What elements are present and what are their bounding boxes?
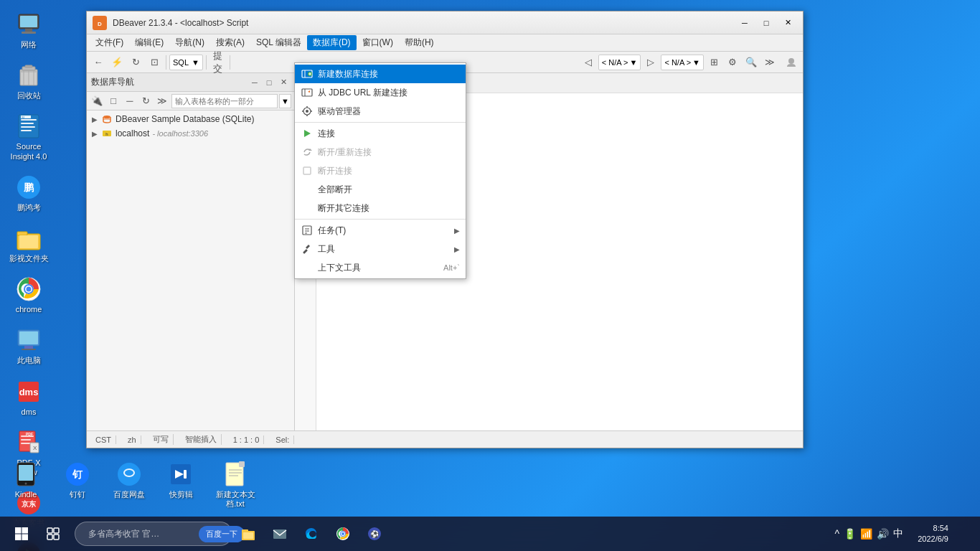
- nav-left-dropdown[interactable]: < N/A > ▼: [598, 55, 641, 70]
- tasks-icon: [301, 224, 314, 237]
- tree-item-sqlite[interactable]: ▶ DBeaver Sample Database (SQLite): [87, 112, 294, 126]
- taskbar-search-input[interactable]: [88, 529, 196, 539]
- taskview-button[interactable]: [37, 518, 69, 550]
- menu-tools[interactable]: 工具 ▶: [295, 240, 466, 258]
- disconnect-label: 断开连接: [318, 165, 352, 177]
- search-button[interactable]: 🔍: [743, 54, 760, 71]
- more-button[interactable]: ≫: [761, 54, 778, 71]
- panel-new-btn[interactable]: □: [106, 93, 121, 110]
- game-taskbar[interactable]: ⚽: [359, 518, 390, 550]
- svg-rect-2: [22, 32, 36, 34]
- sql-dropdown[interactable]: SQL ▼: [169, 55, 203, 70]
- desktop-icon-mypc[interactable]: 此电脑: [3, 323, 55, 368]
- menu-disconnect-others[interactable]: 断开其它连接: [295, 199, 466, 217]
- tree-item-localhost[interactable]: ▶ h localhost - localhost:3306: [87, 126, 294, 141]
- chrome-taskbar[interactable]: [327, 518, 359, 550]
- clock-date: 2022/6/9: [918, 534, 948, 545]
- panel-minimize-btn[interactable]: ─: [248, 76, 261, 89]
- refresh-button[interactable]: ↻: [127, 54, 144, 71]
- tray-wifi[interactable]: 📶: [860, 528, 872, 540]
- desktop-icon-chrome[interactable]: chrome: [3, 272, 55, 317]
- panel-header: 数据库导航 ─ □ ✕: [87, 73, 294, 92]
- tray-caret[interactable]: ^: [835, 528, 840, 540]
- tray-battery[interactable]: 🔋: [844, 528, 856, 540]
- taskbar-right: ^ 🔋 📶 🔊 中 8:54 2022/6/9: [829, 518, 974, 550]
- sqlite-expand-icon[interactable]: ▶: [90, 114, 100, 124]
- nav-right-button[interactable]: ▷: [642, 54, 659, 71]
- file-explorer-taskbar[interactable]: [232, 518, 264, 550]
- menu-tasks[interactable]: 任务(T) ▶: [295, 221, 466, 240]
- filter-button[interactable]: ▼: [279, 94, 291, 108]
- grid-button[interactable]: ⊞: [705, 54, 722, 71]
- search-bar[interactable]: 百度一下: [75, 522, 232, 546]
- minimize-button[interactable]: ─: [735, 16, 754, 30]
- svg-rect-21: [17, 232, 27, 235]
- dingding-icon-label: 钉钉: [70, 490, 85, 499]
- menu-disconnect-all[interactable]: 全部断开: [295, 180, 466, 199]
- menu-connect[interactable]: 连接: [295, 124, 466, 143]
- desktop-icon-recycle[interactable]: 回收站: [3, 58, 55, 103]
- disconnect-icon: [301, 164, 314, 177]
- desktop-icon-dingding[interactable]: 钉 钉钉: [52, 457, 103, 512]
- panel-more-btn[interactable]: ≫: [155, 93, 170, 110]
- menu-nav[interactable]: 导航(N): [169, 35, 210, 50]
- desktop-icon-baiduyp[interactable]: 百度网盘: [103, 457, 155, 512]
- desktop-icon-movies[interactable]: 影视文件夹: [3, 221, 55, 266]
- menu-new-from-jdbc[interactable]: 从 JDBC URL 新建连接: [295, 83, 466, 102]
- menu-window[interactable]: 窗口(W): [357, 35, 399, 50]
- forward-button[interactable]: ⚡: [108, 54, 126, 71]
- tray-lang[interactable]: 中: [893, 527, 903, 540]
- menu-sqleditor[interactable]: SQL 编辑器: [250, 35, 307, 50]
- mail-taskbar[interactable]: [264, 518, 296, 550]
- disconnect-all-label: 全部断开: [318, 184, 352, 196]
- desktop-icon-pengkao[interactable]: 鹏 鹏鸿考: [3, 170, 55, 215]
- desktop-icon-sourceinsight[interactable]: SI Source Insight 4.0: [3, 109, 55, 164]
- search-input[interactable]: [171, 94, 278, 108]
- tray-volume[interactable]: 🔊: [877, 528, 889, 540]
- menu-help[interactable]: 帮助(H): [399, 35, 440, 50]
- new-db-conn-label: 新建数据库连接: [318, 68, 378, 80]
- connect-label: 连接: [318, 128, 335, 140]
- nav-left-button[interactable]: ◁: [580, 54, 597, 71]
- close-button[interactable]: ✕: [778, 16, 797, 30]
- menu-file[interactable]: 文件(F): [90, 35, 129, 50]
- edge-taskbar[interactable]: [296, 518, 327, 550]
- menu-new-db-conn[interactable]: 新建数据库连接: [295, 65, 466, 83]
- svg-marker-80: [304, 130, 311, 137]
- desktop-icon-network[interactable]: 网络: [3, 7, 55, 52]
- menu-context-tools[interactable]: 上下文工具 Alt+`: [295, 258, 466, 277]
- svg-rect-94: [47, 534, 52, 540]
- settings-button[interactable]: ⚙: [724, 54, 741, 71]
- desktop-icon-quickedit[interactable]: 快剪辑: [155, 457, 207, 512]
- panel-close-btn[interactable]: ✕: [277, 76, 290, 89]
- panel-maximize-btn[interactable]: □: [263, 76, 275, 89]
- menu-reconnect[interactable]: 断开/重新连接: [295, 143, 466, 161]
- back-button[interactable]: ←: [90, 54, 107, 71]
- status-smart-insert: 智能插入: [181, 434, 222, 445]
- svg-text:PDF: PDF: [26, 432, 33, 436]
- home-button[interactable]: ⊡: [146, 54, 163, 71]
- menu-search[interactable]: 搜索(A): [210, 35, 250, 50]
- kindle-icon-label: Kindle: [15, 490, 37, 499]
- start-button[interactable]: [6, 518, 37, 550]
- network-icon: [14, 10, 43, 39]
- localhost-expand-icon[interactable]: ▶: [90, 128, 100, 138]
- maximize-button[interactable]: □: [757, 16, 776, 30]
- panel-refresh-btn[interactable]: ↻: [138, 93, 154, 110]
- svg-rect-22: [19, 235, 38, 248]
- desktop-icon-kindle[interactable]: Kindle: [0, 457, 52, 512]
- menu-database[interactable]: 数据库(D): [307, 35, 357, 50]
- show-desktop-button[interactable]: [957, 518, 974, 550]
- nav-right-dropdown[interactable]: < N/A > ▼: [661, 55, 704, 70]
- menu-driver-manager[interactable]: 驱动管理器: [295, 102, 466, 121]
- panel-conn-btn[interactable]: 🔌: [90, 93, 105, 110]
- nav-right-label: < N/A >: [664, 58, 691, 67]
- menu-edit[interactable]: 编辑(E): [129, 35, 169, 50]
- taskbar-clock[interactable]: 8:54 2022/6/9: [912, 523, 954, 545]
- user-button[interactable]: [783, 54, 800, 71]
- desktop-icon-dms[interactable]: dms dms: [3, 375, 55, 420]
- submit-button[interactable]: 提交: [209, 54, 227, 71]
- menu-disconnect[interactable]: 断开连接: [295, 161, 466, 180]
- panel-remove-btn[interactable]: ─: [122, 93, 137, 110]
- desktop-icon-newtxt[interactable]: 新建文本文 档.txt: [207, 457, 264, 512]
